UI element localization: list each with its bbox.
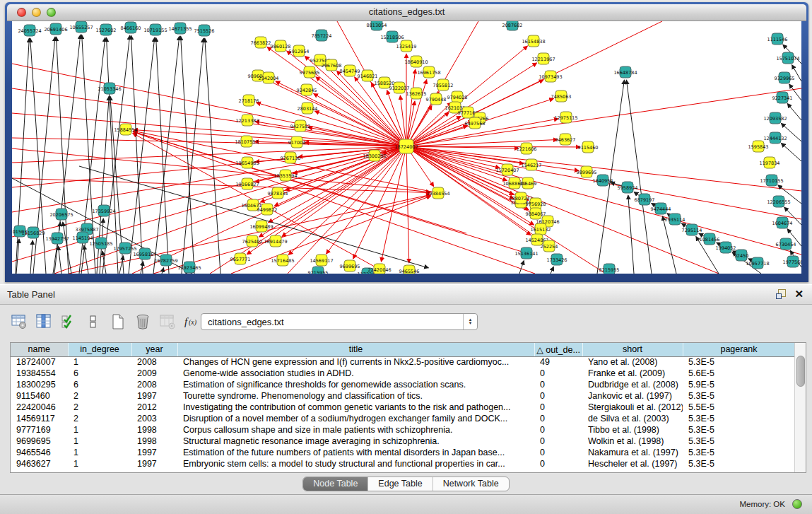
graph-node[interactable]: 9790448 bbox=[426, 93, 447, 105]
graph-node[interactable]: 6730454 bbox=[776, 238, 796, 250]
graph-node[interactable]: 24055724 bbox=[18, 25, 41, 36]
graph-node[interactable]: 1111546 bbox=[767, 33, 788, 45]
column-header-out_degree[interactable]: △ out_de... bbox=[534, 343, 582, 356]
delete-table-icon[interactable] bbox=[134, 313, 152, 331]
table-panel-titlebar[interactable]: Table Panel ✕ bbox=[0, 284, 812, 305]
graph-node[interactable]: 12213967 bbox=[531, 53, 555, 64]
graph-node[interactable]: 10655257 bbox=[69, 21, 93, 33]
graph-node[interactable]: 15136141 bbox=[514, 247, 538, 259]
graph-node[interactable]: 9878334 bbox=[268, 187, 288, 199]
graph-node[interactable]: 7485063 bbox=[551, 90, 572, 102]
graph-node[interactable]: 16648784 bbox=[613, 66, 637, 78]
graph-node[interactable]: 8466160 bbox=[121, 22, 141, 33]
graph-node[interactable]: 7857224 bbox=[312, 30, 332, 41]
table-scrollbar[interactable] bbox=[794, 343, 806, 472]
graph-node[interactable]: 12923465 bbox=[177, 262, 201, 273]
graph-node[interactable]: 15716485 bbox=[271, 255, 294, 266]
graph-node[interactable]: 12093582 bbox=[763, 112, 787, 124]
graph-node[interactable]: 7855812 bbox=[433, 79, 454, 90]
graph-node[interactable]: 14569117 bbox=[310, 255, 333, 266]
graph-node[interactable]: 19654985 bbox=[235, 157, 259, 168]
graph-node[interactable]: 1977568 bbox=[783, 256, 801, 267]
graph-node[interactable]: 917004 bbox=[288, 136, 306, 148]
graph-node[interactable]: 7515526 bbox=[194, 25, 215, 36]
graph-node[interactable]: 19166827 bbox=[235, 178, 259, 189]
graph-node[interactable]: 1197834 bbox=[760, 157, 780, 168]
graph-node[interactable]: 9699695 bbox=[340, 260, 360, 271]
table-row[interactable]: 2242004622012Investigating the contribut… bbox=[11, 402, 795, 413]
graph-node[interactable]: 1527602 bbox=[96, 24, 117, 35]
graph-node[interactable]: 9227341 bbox=[772, 92, 793, 103]
graph-node[interactable]: 13942757 bbox=[45, 233, 69, 244]
column-header-year[interactable]: year bbox=[131, 343, 177, 356]
table-row[interactable]: 911546021997Tourette syndrome. Phenomeno… bbox=[11, 390, 795, 402]
graph-node[interactable]: 5975685 bbox=[300, 66, 320, 78]
table-settings-icon[interactable] bbox=[10, 313, 28, 331]
graph-node[interactable]: 12206555 bbox=[767, 196, 790, 207]
graph-node[interactable]: 20691406 bbox=[44, 23, 67, 35]
network-graph[interactable]: 2405572420691406106552571527602846616010… bbox=[12, 21, 801, 274]
table-row[interactable]: 1830029562008Estimation of significance … bbox=[11, 379, 795, 390]
graph-node[interactable]: 2803144 bbox=[298, 103, 318, 114]
graph-node[interactable]: 8215955 bbox=[599, 264, 620, 274]
graph-node[interactable]: 12975115 bbox=[554, 112, 577, 123]
graph-node[interactable]: 2718176 bbox=[239, 95, 259, 106]
graph-node[interactable]: 15720407 bbox=[495, 164, 519, 175]
table-row[interactable]: 946362711997Embryonic stem cells: a mode… bbox=[11, 458, 795, 469]
graph-node[interactable]: 15218506 bbox=[380, 31, 404, 42]
scrollbar-thumb[interactable] bbox=[796, 356, 805, 387]
graph-node[interactable]: 18640910 bbox=[404, 56, 428, 67]
graph-node[interactable]: 17359924 bbox=[92, 205, 115, 216]
column-header-pagerank[interactable]: pagerank bbox=[683, 343, 795, 356]
column-header-in_degree[interactable]: in_degree bbox=[68, 343, 131, 356]
graph-node[interactable]: 10719155 bbox=[143, 24, 167, 35]
graph-node[interactable]: 9860128 bbox=[271, 40, 291, 52]
graph-node[interactable]: 17710155 bbox=[760, 175, 783, 186]
graph-node[interactable]: 21053346 bbox=[98, 83, 121, 94]
table-row[interactable]: 969969511998Structural magnetic resonanc… bbox=[11, 436, 795, 447]
table-row[interactable]: 977716911998Corpus callosum shape and si… bbox=[11, 424, 795, 436]
graph-node[interactable]: 9215955 bbox=[308, 267, 329, 274]
graph-node[interactable]: 5958924 bbox=[618, 182, 638, 193]
tab-network-table[interactable]: Network Table bbox=[433, 477, 509, 491]
tab-edge-table[interactable]: Edge Table bbox=[368, 477, 433, 491]
graph-node[interactable]: 2935114 bbox=[665, 214, 686, 225]
graph-node[interactable]: 9899695 bbox=[577, 166, 597, 177]
column-header-title[interactable]: title bbox=[177, 343, 534, 356]
graph-node[interactable]: 8813054 bbox=[367, 21, 387, 30]
graph-node[interactable]: 15884554 bbox=[114, 124, 137, 135]
import-table-icon[interactable] bbox=[158, 313, 177, 331]
graph-node[interactable]: 1325419 bbox=[396, 40, 417, 52]
graph-node[interactable]: 16914479 bbox=[264, 235, 287, 247]
select-columns-icon[interactable] bbox=[35, 313, 53, 331]
tab-node-table[interactable]: Node Table bbox=[303, 477, 368, 491]
graph-node[interactable]: 9115460 bbox=[578, 141, 599, 153]
graph-node[interactable]: 1604674 bbox=[772, 217, 793, 228]
graph-node[interactable]: 14671355 bbox=[168, 23, 192, 34]
graph-node[interactable]: 1221606 bbox=[517, 143, 537, 154]
graph-node[interactable]: 7663822 bbox=[251, 37, 271, 48]
float-panel-icon[interactable] bbox=[776, 289, 787, 300]
graph-node[interactable]: 92450 bbox=[734, 250, 749, 261]
graph-node[interactable]: 16961758 bbox=[417, 66, 440, 78]
table-select-dropdown[interactable]: citations_edges.txt ▲▼ bbox=[201, 313, 478, 330]
table-row[interactable]: 1872400712008Changes of HCN gene express… bbox=[11, 356, 795, 368]
table-row[interactable]: 1456911722003Disruption of a novel membe… bbox=[11, 413, 795, 424]
graph-node[interactable]: 1733426 bbox=[547, 254, 567, 265]
graph-node[interactable]: 9329965 bbox=[775, 72, 795, 83]
graph-node[interactable]: 9465546 bbox=[399, 265, 420, 274]
column-header-short[interactable]: short bbox=[582, 343, 683, 356]
graph-node[interactable]: 15751074 bbox=[776, 52, 799, 64]
graph-node[interactable]: 19384554 bbox=[426, 187, 449, 199]
rows-icon[interactable] bbox=[84, 313, 102, 331]
function-builder-icon[interactable]: f(x) bbox=[183, 313, 201, 331]
column-header-name[interactable]: name bbox=[11, 343, 68, 356]
close-panel-icon[interactable]: ✕ bbox=[794, 288, 804, 300]
graph-node[interactable]: 7625402 bbox=[242, 235, 263, 247]
network-canvas[interactable]: 2405572420691406106552571527602846616010… bbox=[12, 21, 801, 274]
graph-node[interactable]: 9657771 bbox=[230, 253, 251, 264]
window-titlebar[interactable]: citations_edges.txt bbox=[7, 4, 806, 21]
graph-node[interactable]: 12444132 bbox=[763, 132, 787, 144]
graph-node[interactable]: 16154838 bbox=[522, 35, 545, 47]
new-table-icon[interactable] bbox=[109, 313, 127, 331]
